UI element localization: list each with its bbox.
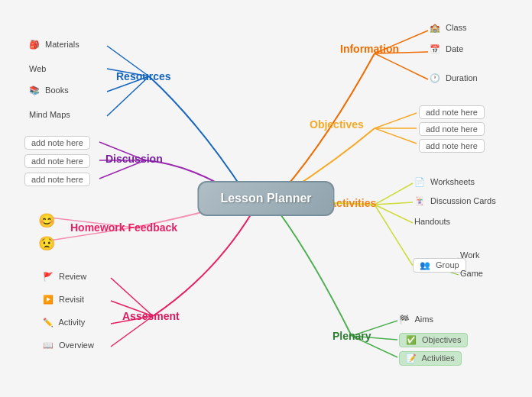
class-icon: 🏫 bbox=[430, 23, 440, 32]
revisit-icon: ▶️ bbox=[43, 295, 54, 304]
info-duration: 🕐 Duration bbox=[430, 73, 478, 83]
activities-label: Activities bbox=[329, 197, 376, 209]
svg-line-5 bbox=[375, 128, 417, 144]
assess-overview: 📖 Overview bbox=[43, 341, 94, 350]
plenary-objectives: ✅ Objectives bbox=[399, 333, 468, 347]
obj-note-2[interactable]: add note here bbox=[419, 122, 485, 136]
act-work: Work bbox=[460, 250, 479, 260]
act-game: Game bbox=[460, 269, 483, 278]
date-icon: 📅 bbox=[430, 44, 440, 53]
plenary-activities: 📝 Activities bbox=[399, 351, 462, 366]
svg-line-7 bbox=[375, 202, 413, 205]
plenary-label: Plenary bbox=[332, 330, 371, 342]
act-discussion-cards: 🃏 Discussion Cards bbox=[414, 196, 496, 206]
disc-note-1[interactable]: add note here bbox=[24, 136, 90, 150]
obj-note-3[interactable]: add note here bbox=[419, 139, 485, 153]
svg-line-2 bbox=[375, 53, 428, 79]
review-icon: 🚩 bbox=[43, 272, 54, 281]
overview-icon: 📖 bbox=[43, 341, 54, 350]
worksheets-icon: 📄 bbox=[414, 177, 425, 186]
discussion-label: Discussion bbox=[105, 153, 163, 165]
assess-review: 🚩 Review bbox=[43, 272, 86, 282]
info-date: 📅 Date bbox=[430, 44, 463, 54]
books-icon: 📚 bbox=[29, 86, 40, 95]
act-handouts: Handouts bbox=[414, 217, 450, 226]
res-web: Web bbox=[29, 64, 46, 73]
objectives-check-icon: ✅ bbox=[406, 335, 417, 344]
assess-activity: ✏️ Activity bbox=[43, 318, 85, 328]
materials-icon: 🎒 bbox=[29, 40, 40, 49]
disc-note-2[interactable]: add note here bbox=[24, 154, 90, 168]
center-node: Lesson Planner bbox=[197, 181, 334, 216]
act-group: 👥 Group bbox=[413, 258, 466, 273]
plenary-act-icon: 📝 bbox=[406, 353, 417, 363]
aims-icon: 🏁 bbox=[399, 315, 410, 324]
center-label: Lesson Planner bbox=[220, 192, 311, 205]
res-mindmaps: Mind Maps bbox=[29, 110, 70, 119]
homework-label: Homework Feedback bbox=[70, 221, 177, 234]
information-label: Information bbox=[340, 43, 399, 55]
activity-icon: ✏️ bbox=[43, 318, 54, 327]
obj-note-1[interactable]: add note here bbox=[419, 105, 485, 119]
assesment-label: Assesment bbox=[122, 310, 180, 322]
duration-icon: 🕐 bbox=[430, 73, 440, 82]
res-books: 📚 Books bbox=[29, 86, 69, 95]
plenary-aims: 🏁 Aims bbox=[399, 315, 433, 324]
act-worksheets: 📄 Worksheets bbox=[414, 177, 475, 187]
group-icon: 👥 bbox=[420, 260, 430, 270]
res-materials: 🎒 Materials bbox=[29, 40, 79, 50]
disc-note-3[interactable]: add note here bbox=[24, 173, 90, 186]
assess-revisit: ▶️ Revisit bbox=[43, 295, 84, 305]
objectives-label: Objectives bbox=[310, 118, 364, 131]
info-class: 🏫 Class bbox=[430, 23, 467, 33]
svg-line-6 bbox=[375, 183, 413, 205]
homework-happy: 😊 bbox=[38, 212, 55, 229]
discussion-cards-icon: 🃏 bbox=[414, 196, 425, 205]
homework-sad: 😟 bbox=[38, 235, 55, 252]
resources-label: Resources bbox=[116, 70, 171, 82]
svg-line-8 bbox=[375, 205, 413, 223]
svg-line-9 bbox=[375, 205, 413, 266]
svg-line-3 bbox=[375, 113, 417, 128]
